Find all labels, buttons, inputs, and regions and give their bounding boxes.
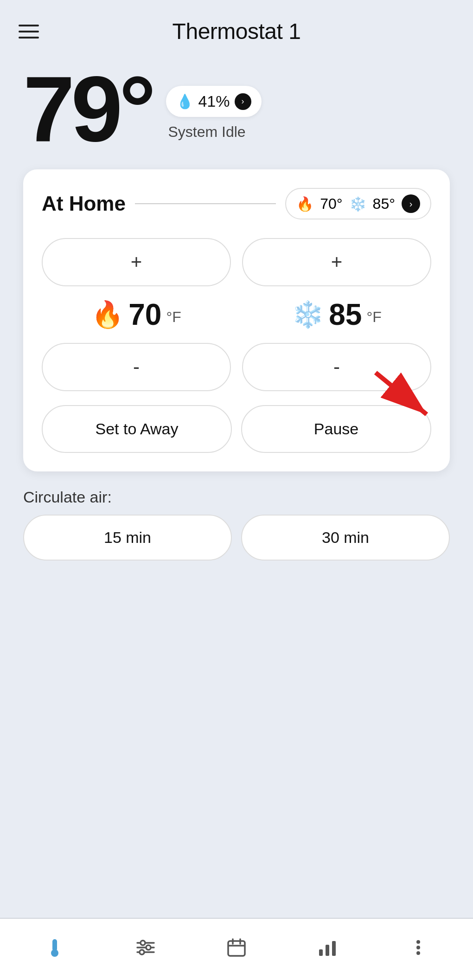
range-nav-arrow[interactable]: › (402, 194, 420, 213)
control-card: At Home 🔥 70° ❄️ 85° › + + 🔥 70 °F (23, 169, 450, 471)
bottom-navigation (0, 918, 473, 980)
cool-temp-badge: 85° (373, 195, 395, 213)
circulate-buttons: 15 min 30 min (23, 515, 450, 561)
nav-stats[interactable] (307, 932, 348, 963)
more-icon (407, 936, 429, 959)
heat-temp-badge: 70° (320, 195, 342, 213)
nav-controls[interactable] (125, 932, 166, 963)
circulate-section: Circulate air: 15 min 30 min (23, 488, 450, 561)
menu-button[interactable] (19, 25, 39, 39)
current-temperature: 79° (23, 63, 152, 155)
set-to-away-button[interactable]: Set to Away (42, 405, 232, 453)
svg-rect-4 (53, 946, 56, 954)
temp-info: 💧 41% › System Idle (166, 63, 261, 141)
svg-rect-15 (319, 949, 323, 956)
cool-temp-unit: °F (366, 309, 381, 326)
nav-more[interactable] (398, 932, 439, 963)
calendar-icon (225, 936, 248, 959)
main-content: 79° 💧 41% › System Idle At Home 🔥 70° ❄️… (0, 53, 473, 918)
thermometer-icon (44, 936, 66, 959)
page-title: Thermostat 1 (39, 19, 434, 44)
nav-schedule[interactable] (216, 932, 257, 963)
heat-temp-value: 70 (128, 297, 161, 332)
nav-thermostat[interactable] (34, 932, 75, 963)
circulate-label: Circulate air: (23, 488, 450, 506)
heat-flame-icon: 🔥 (91, 299, 124, 330)
action-buttons: Set to Away Pause (42, 405, 431, 453)
cool-temperature-display: ❄️ 85 °F (242, 297, 431, 332)
temperature-section: 79° 💧 41% › System Idle (23, 63, 450, 155)
mode-label: At Home (42, 192, 126, 215)
svg-rect-17 (332, 941, 336, 956)
heat-decrease-button[interactable]: - (42, 343, 231, 391)
temp-controls: + + 🔥 70 °F ❄️ 85 °F - - (42, 238, 431, 391)
svg-rect-11 (228, 941, 245, 956)
heat-temp-unit: °F (166, 309, 181, 326)
mode-row: At Home 🔥 70° ❄️ 85° › (42, 188, 431, 219)
cool-snowflake-icon: ❄️ (292, 299, 324, 330)
humidity-value: 41% (198, 92, 230, 110)
pause-button[interactable]: Pause (241, 405, 431, 453)
heat-temperature-display: 🔥 70 °F (42, 297, 231, 332)
humidity-nav-arrow[interactable]: › (235, 93, 251, 110)
mode-divider (135, 203, 276, 204)
svg-point-8 (141, 941, 145, 945)
controls-icon (134, 936, 157, 959)
system-status: System Idle (168, 123, 245, 141)
humidity-badge[interactable]: 💧 41% › (166, 86, 261, 117)
cool-decrease-button[interactable]: - (242, 343, 431, 391)
cool-temp-value: 85 (329, 297, 362, 332)
temp-range-badge[interactable]: 🔥 70° ❄️ 85° › (285, 188, 431, 219)
drop-icon: 💧 (176, 93, 193, 110)
header: Thermostat 1 (0, 0, 473, 53)
svg-point-19 (416, 946, 420, 949)
svg-rect-16 (326, 945, 329, 956)
svg-point-9 (146, 945, 151, 950)
stats-icon (316, 936, 339, 959)
svg-point-18 (416, 940, 420, 944)
circulate-30min-button[interactable]: 30 min (241, 515, 450, 561)
cool-increase-button[interactable]: + (242, 238, 431, 286)
snowflake-icon: ❄️ (349, 196, 366, 212)
heat-increase-button[interactable]: + (42, 238, 231, 286)
svg-point-20 (416, 951, 420, 955)
circulate-15min-button[interactable]: 15 min (23, 515, 232, 561)
svg-point-10 (140, 950, 144, 954)
flame-icon: 🔥 (296, 196, 313, 212)
